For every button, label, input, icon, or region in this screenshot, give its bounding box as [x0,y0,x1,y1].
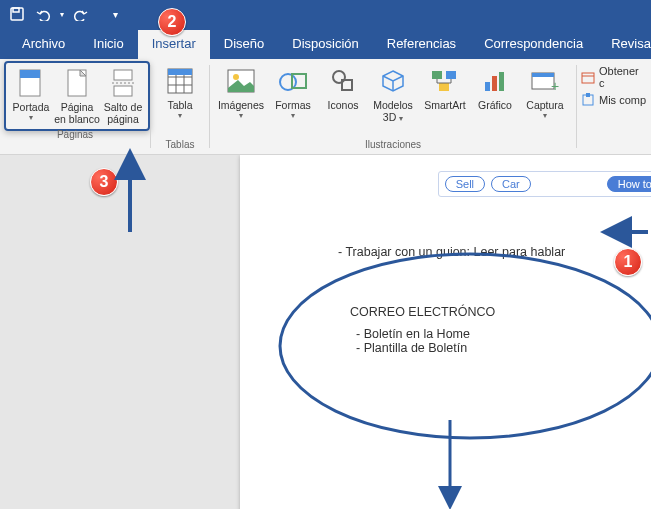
addins-icon [581,93,595,107]
captura-button[interactable]: + Captura ▾ [520,63,570,122]
blank-page-icon [61,67,93,99]
imagenes-button[interactable]: Imágenes ▾ [216,63,266,122]
annotation-callout-1: 1 [614,248,642,276]
tab-disposicion[interactable]: Disposición [278,30,372,59]
svg-rect-24 [492,76,497,91]
document-canvas[interactable]: Sell Car How to Trabajar con un guion: L… [0,155,651,509]
shapes-icon [277,65,309,97]
group-label-ilustraciones: Ilustraciones [365,139,421,152]
qat-customize-icon[interactable]: ▾ [102,3,128,25]
store-icon [581,70,595,84]
tab-referencias[interactable]: Referencias [373,30,470,59]
group-label-tablas: Tablas [166,139,195,152]
doc-bullets[interactable]: Boletín en la Home Plantilla de Boletín [368,327,470,355]
page-break-button[interactable]: Salto de página [100,65,146,127]
svg-text:+: + [551,78,559,93]
svg-rect-6 [114,86,132,96]
tabla-button[interactable]: Tabla ▾ [157,63,203,122]
smartart-button[interactable]: SmartArt [420,63,470,113]
tag-howto[interactable]: How to [607,176,651,192]
table-icon [164,65,196,97]
tag-row: Sell Car How to [438,171,651,197]
svg-rect-25 [499,72,504,91]
svg-rect-1 [13,8,19,12]
grafico-button[interactable]: Gráfico [472,63,518,113]
save-icon[interactable] [4,3,30,25]
svg-rect-21 [446,71,456,79]
page: Sell Car How to Trabajar con un guion: L… [240,155,651,509]
modelos3d-button[interactable]: Modelos 3D ▾ [368,63,418,125]
redo-icon[interactable] [68,3,94,25]
iconos-button[interactable]: Iconos [320,63,366,113]
tag-car[interactable]: Car [491,176,531,192]
undo-icon[interactable] [30,3,56,25]
page-break-icon [107,67,139,99]
screenshot-icon: + [529,65,561,97]
doc-line-guion[interactable]: Trabajar con un guion: Leer para hablar [350,245,565,259]
icons-icon [327,65,359,97]
svg-rect-27 [532,73,554,77]
svg-rect-23 [485,82,490,91]
tab-diseno[interactable]: Diseño [210,30,278,59]
tag-sell[interactable]: Sell [445,176,485,192]
portada-button[interactable]: Portada ▾ [8,65,54,127]
ribbon: Portada ▾ Página en blanco Salto de pági… [0,59,651,155]
tab-correspondencia[interactable]: Correspondencia [470,30,597,59]
tab-archivo[interactable]: Archivo [8,30,79,59]
group-tablas: Tabla ▾ Tablas [151,59,209,154]
portada-label: Portada [13,101,50,113]
ribbon-tabs: Archivo Inicio Insertar Diseño Disposici… [0,28,651,59]
svg-rect-22 [439,83,449,91]
tab-revisar[interactable]: Revisar [597,30,651,59]
obtener-complementos-button[interactable]: Obtener c [581,65,647,89]
pictures-icon [225,65,257,97]
chart-icon [479,65,511,97]
svg-rect-31 [586,93,590,97]
dropdown-icon: ▾ [178,111,182,120]
cover-page-icon [15,67,47,99]
svg-rect-29 [582,73,594,83]
svg-rect-13 [168,69,192,75]
dropdown-icon: ▾ [543,111,547,120]
doc-bullet-2[interactable]: Plantilla de Boletín [368,341,470,355]
mis-complementos-button[interactable]: Mis comp [581,93,647,107]
group-label-paginas: Páginas [57,129,93,142]
doc-section-title[interactable]: CORREO ELECTRÓNCO [350,305,495,319]
group-paginas-highlight: Portada ▾ Página en blanco Salto de pági… [4,61,150,131]
dropdown-icon: ▾ [291,111,295,120]
undo-dropdown-icon[interactable]: ▾ [56,3,68,25]
formas-button[interactable]: Formas ▾ [268,63,318,122]
svg-rect-5 [114,70,132,80]
svg-point-15 [233,74,239,80]
3d-models-icon [377,65,409,97]
smartart-icon [429,65,461,97]
group-ilustraciones: Imágenes ▾ Formas ▾ Iconos Modelos 3D ▾ … [210,59,576,154]
group-addins: Obtener c Mis comp [577,59,651,154]
dropdown-icon: ▾ [239,111,243,120]
tab-inicio[interactable]: Inicio [79,30,137,59]
svg-point-18 [333,71,345,83]
annotation-callout-3: 3 [90,168,118,196]
svg-rect-20 [432,71,442,79]
annotation-callout-2: 2 [158,8,186,36]
svg-rect-3 [20,70,40,78]
title-bar: ▾ ▾ [0,0,651,28]
doc-bullet-1[interactable]: Boletín en la Home [368,327,470,341]
dropdown-icon: ▾ [29,113,33,122]
blank-page-button[interactable]: Página en blanco [54,65,100,127]
